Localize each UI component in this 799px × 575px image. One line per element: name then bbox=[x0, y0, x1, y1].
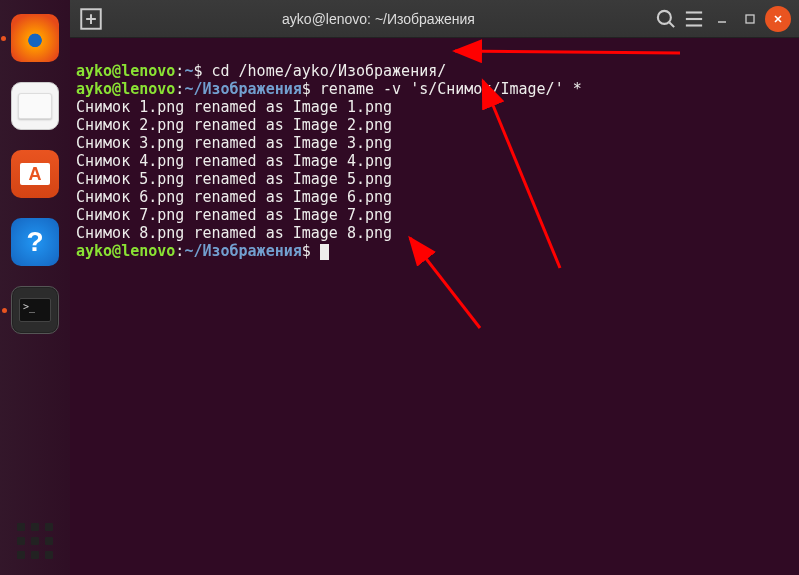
show-applications[interactable] bbox=[17, 523, 53, 559]
output-line: Снимок 3.png renamed as Image 3.png bbox=[76, 134, 392, 152]
dock-help[interactable]: ? bbox=[11, 218, 59, 266]
dock: A ? >_ bbox=[0, 0, 70, 575]
close-button[interactable] bbox=[765, 6, 791, 32]
titlebar[interactable]: ayko@lenovo: ~/Изображения bbox=[70, 0, 799, 38]
hamburger-icon bbox=[681, 6, 707, 32]
minimize-button[interactable] bbox=[709, 6, 735, 32]
output-line: Снимок 5.png renamed as Image 5.png bbox=[76, 170, 392, 188]
dock-files[interactable] bbox=[11, 82, 59, 130]
help-icon: ? bbox=[26, 226, 43, 258]
cursor bbox=[320, 244, 329, 260]
terminal-icon: >_ bbox=[19, 298, 51, 322]
svg-line-15 bbox=[410, 238, 480, 328]
prompt-dollar: $ bbox=[302, 80, 311, 98]
output-line: Снимок 6.png renamed as Image 6.png bbox=[76, 188, 392, 206]
command-text bbox=[311, 242, 320, 260]
svg-line-14 bbox=[483, 81, 560, 268]
dock-firefox[interactable] bbox=[11, 14, 59, 62]
command-text: cd /home/ayko/Изображения/ bbox=[202, 62, 446, 80]
terminal-window: ayko@lenovo: ~/Изображения ayko@lenovo:~… bbox=[70, 0, 799, 575]
minimize-icon bbox=[716, 13, 728, 25]
menu-button[interactable] bbox=[681, 6, 707, 32]
prompt-path: ~/Изображения bbox=[184, 80, 301, 98]
folder-icon bbox=[18, 93, 52, 119]
terminal-body[interactable]: ayko@lenovo:~$ cd /home/ayko/Изображения… bbox=[70, 38, 799, 575]
prompt-user: ayko@lenovo bbox=[76, 80, 175, 98]
prompt-user: ayko@lenovo bbox=[76, 62, 175, 80]
window-title: ayko@lenovo: ~/Изображения bbox=[104, 11, 653, 27]
output-line: Снимок 2.png renamed as Image 2.png bbox=[76, 116, 392, 134]
svg-point-3 bbox=[658, 10, 671, 23]
maximize-icon bbox=[744, 13, 756, 25]
dock-software[interactable]: A bbox=[11, 150, 59, 198]
output-line: Снимок 7.png renamed as Image 7.png bbox=[76, 206, 392, 224]
command-text: rename -v 's/Снимок/Image/' * bbox=[311, 80, 582, 98]
close-icon bbox=[772, 13, 784, 25]
svg-line-4 bbox=[669, 22, 674, 27]
software-icon: A bbox=[20, 163, 50, 185]
svg-rect-9 bbox=[746, 15, 754, 23]
prompt-user: ayko@lenovo bbox=[76, 242, 175, 260]
maximize-button[interactable] bbox=[737, 6, 763, 32]
output-line: Снимок 8.png renamed as Image 8.png bbox=[76, 224, 392, 242]
output-line: Снимок 4.png renamed as Image 4.png bbox=[76, 152, 392, 170]
new-tab-button[interactable] bbox=[78, 6, 104, 32]
dock-terminal[interactable]: >_ bbox=[11, 286, 59, 334]
search-icon bbox=[653, 6, 679, 32]
output-line: Снимок 1.png renamed as Image 1.png bbox=[76, 98, 392, 116]
svg-line-13 bbox=[455, 51, 680, 53]
plus-box-icon bbox=[78, 6, 104, 32]
search-button[interactable] bbox=[653, 6, 679, 32]
prompt-path: ~/Изображения bbox=[184, 242, 301, 260]
prompt-dollar: $ bbox=[302, 242, 311, 260]
